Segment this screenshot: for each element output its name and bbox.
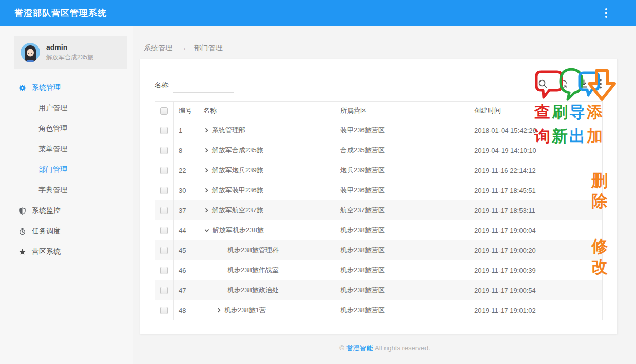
chevron-right-icon[interactable] bbox=[217, 308, 221, 313]
chevron-down-icon[interactable] bbox=[204, 228, 209, 233]
app-header: 誉澄部队营区管理系统 bbox=[0, 0, 636, 26]
row-checkbox[interactable] bbox=[160, 147, 168, 154]
chevron-right-icon[interactable] bbox=[204, 148, 209, 153]
export-button[interactable] bbox=[578, 78, 590, 90]
name-search-input[interactable] bbox=[173, 79, 234, 93]
clock-icon bbox=[18, 228, 26, 235]
cell-created-time: 2019-11-17 19:01:02 bbox=[469, 300, 603, 320]
main-content: 系统管理 → 部门管理 名称: bbox=[133, 26, 636, 364]
refresh-button[interactable] bbox=[557, 78, 569, 90]
cell-id: 46 bbox=[174, 260, 198, 280]
row-checkbox[interactable] bbox=[160, 187, 168, 194]
select-all-checkbox[interactable] bbox=[160, 107, 168, 115]
more-button[interactable] bbox=[599, 78, 603, 90]
column-header-created: 创建时间 bbox=[469, 102, 603, 120]
breadcrumb-item-system-management[interactable]: 系统管理 bbox=[144, 44, 172, 52]
sidebar-menu: 系统管理 用户管理 角色管理 菜单管理 部门管理 字典管理 系统监控 bbox=[0, 77, 133, 262]
column-header-id: 编号 bbox=[174, 102, 198, 120]
table-row: 37解放军航空237旅航空237旅营区2019-11-17 18:53:11 bbox=[155, 200, 603, 220]
cell-id: 47 bbox=[174, 280, 198, 300]
cell-id: 22 bbox=[174, 160, 198, 180]
cell-created-time: 2019-11-17 19:00:54 bbox=[469, 280, 603, 300]
sidebar-item-user-management[interactable]: 用户管理 bbox=[0, 98, 133, 118]
sidebar: admin 解放军合成235旅 系统管理 用户管理 bbox=[0, 26, 133, 364]
column-header-camp: 所属营区 bbox=[335, 102, 469, 120]
brand-link[interactable]: 誉澄智能 bbox=[346, 344, 373, 352]
cell-id: 45 bbox=[174, 240, 198, 260]
user-department: 解放军合成235旅 bbox=[46, 53, 93, 62]
sidebar-item-label: 营区系统 bbox=[32, 247, 61, 256]
sidebar-item-system-monitor[interactable]: 系统监控 bbox=[0, 200, 133, 221]
copyright-symbol: © bbox=[339, 344, 344, 352]
cell-camp: 航空237旅营区 bbox=[335, 200, 469, 220]
cell-id: 8 bbox=[174, 140, 198, 160]
cell-camp: 机步238旅营区 bbox=[335, 300, 469, 320]
cell-camp: 炮兵239旅营区 bbox=[335, 160, 469, 180]
sidebar-item-role-management[interactable]: 角色管理 bbox=[0, 118, 133, 139]
row-checkbox[interactable] bbox=[160, 167, 168, 174]
cell-department-name: 解放军机步238旅 bbox=[213, 226, 264, 235]
user-name: admin bbox=[46, 43, 93, 51]
table-row: 1系统管理部装甲236旅营区2018-01-04 15:42:26 bbox=[155, 120, 603, 140]
row-checkbox[interactable] bbox=[160, 287, 168, 294]
row-checkbox[interactable] bbox=[160, 127, 168, 134]
content-card: 名称: bbox=[140, 59, 618, 334]
row-checkbox[interactable] bbox=[160, 247, 168, 254]
chevron-right-icon[interactable] bbox=[204, 128, 209, 133]
sidebar-item-system-management[interactable]: 系统管理 bbox=[0, 77, 133, 98]
row-checkbox[interactable] bbox=[160, 227, 168, 234]
department-table: 编号 名称 所属营区 创建时间 1系统管理部装甲236旅营区2018-01-04… bbox=[155, 101, 603, 320]
search-button[interactable] bbox=[537, 78, 549, 90]
sidebar-item-menu-management[interactable]: 菜单管理 bbox=[0, 139, 133, 159]
chevron-right-icon[interactable] bbox=[204, 208, 209, 213]
sidebar-item-label: 任务调度 bbox=[32, 227, 61, 236]
cell-department-name: 解放军炮兵239旅 bbox=[212, 166, 263, 175]
table-row: 45机步238旅管理科机步238旅营区2019-11-17 19:00:20 bbox=[155, 240, 603, 260]
cell-id: 44 bbox=[174, 220, 198, 240]
rights-text: All rights reserved. bbox=[375, 344, 430, 352]
table-row: 47机步238旅政治处机步238旅营区2019-11-17 19:00:54 bbox=[155, 280, 603, 300]
sidebar-item-task-scheduler[interactable]: 任务调度 bbox=[0, 221, 133, 241]
cell-created-time: 2019-11-17 18:53:11 bbox=[469, 200, 603, 220]
breadcrumb: 系统管理 → 部门管理 bbox=[144, 44, 636, 52]
cell-department-name: 解放军航空237旅 bbox=[212, 206, 263, 215]
chevron-right-icon[interactable] bbox=[204, 168, 209, 173]
cell-department-name: 机步238旅1营 bbox=[224, 306, 266, 315]
cell-department-name: 机步238旅政治处 bbox=[227, 286, 279, 295]
row-checkbox[interactable] bbox=[160, 207, 168, 214]
cell-created-time: 2019-11-16 22:14:12 bbox=[469, 160, 603, 180]
sidebar-item-camp-system[interactable]: 营区系统 bbox=[0, 241, 133, 262]
cell-camp: 合成235旅营区 bbox=[335, 140, 469, 160]
name-search-form: 名称: bbox=[155, 79, 234, 93]
download-icon bbox=[579, 78, 589, 89]
table-header-row: 编号 名称 所属营区 创建时间 bbox=[155, 102, 603, 120]
row-checkbox[interactable] bbox=[160, 267, 168, 274]
cell-created-time: 2019-04-19 14:10:10 bbox=[469, 140, 603, 160]
cell-created-time: 2019-11-17 19:00:39 bbox=[469, 260, 603, 280]
cell-created-time: 2018-01-04 15:42:26 bbox=[469, 120, 603, 140]
table-row: 8解放军合成235旅合成235旅营区2019-04-19 14:10:10 bbox=[155, 140, 603, 160]
name-search-label: 名称: bbox=[155, 80, 170, 93]
chevron-right-icon[interactable] bbox=[204, 188, 209, 193]
cell-camp: 机步238旅营区 bbox=[335, 220, 469, 240]
sidebar-item-department-management[interactable]: 部门管理 bbox=[0, 159, 133, 180]
page-footer: © 誉澄智能 All rights reserved. bbox=[133, 343, 636, 364]
cell-department-name: 解放军装甲236旅 bbox=[212, 186, 263, 195]
table-row: 30解放军装甲236旅装甲236旅营区2019-11-17 18:45:51 bbox=[155, 180, 603, 200]
cell-created-time: 2019-11-17 18:45:51 bbox=[469, 180, 603, 200]
cell-department-name: 系统管理部 bbox=[212, 126, 245, 135]
avatar bbox=[21, 43, 40, 62]
sidebar-item-dictionary-management[interactable]: 字典管理 bbox=[0, 180, 133, 200]
header-kebab-menu-icon[interactable] bbox=[603, 6, 610, 21]
table-row: 44解放军机步238旅机步238旅营区2019-11-17 19:00:04 bbox=[155, 220, 603, 240]
app-title: 誉澄部队营区管理系统 bbox=[14, 7, 107, 19]
cell-camp: 机步238旅营区 bbox=[335, 240, 469, 260]
cell-camp: 装甲236旅营区 bbox=[335, 120, 469, 140]
star-icon bbox=[18, 248, 26, 256]
cell-id: 48 bbox=[174, 300, 198, 320]
cell-id: 1 bbox=[174, 120, 198, 140]
cell-department-name: 解放军合成235旅 bbox=[212, 146, 263, 155]
row-checkbox[interactable] bbox=[160, 307, 168, 314]
sidebar-item-label: 系统监控 bbox=[32, 206, 61, 215]
gear-icon bbox=[18, 84, 26, 92]
